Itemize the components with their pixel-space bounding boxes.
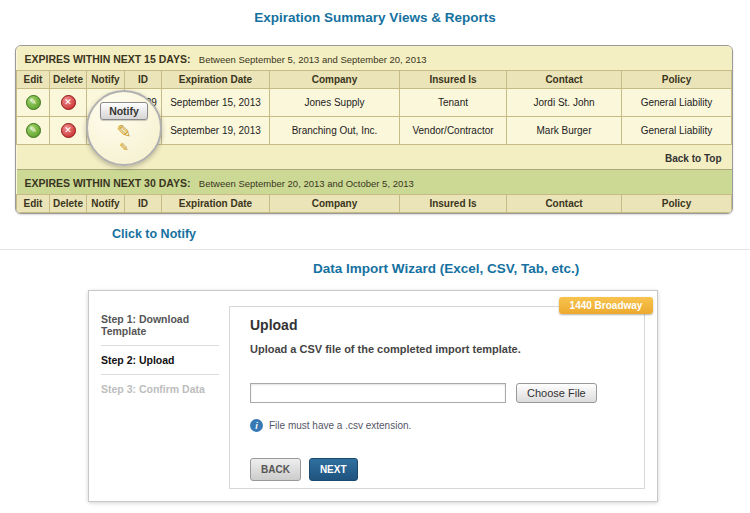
upload-panel: Upload Upload a CSV file of the complete…	[229, 306, 645, 489]
back-to-top-link[interactable]: Back to Top	[665, 153, 721, 164]
col-id: ID	[125, 195, 162, 213]
expires-30-header-row: EXPIRES WITHIN NEXT 30 DAYS: Between Sep…	[17, 170, 732, 195]
col-company: Company	[270, 71, 400, 89]
section-divider	[0, 249, 750, 250]
col-delete: Delete	[50, 71, 87, 89]
col-notify: Notify	[87, 195, 125, 213]
delete-cell: ✕	[50, 89, 87, 117]
expiration-summary-title: Expiration Summary Views & Reports	[0, 10, 750, 25]
step-download-template[interactable]: Step 1: Download Template	[101, 305, 219, 346]
step-confirm-data: Step 3: Confirm Data	[101, 375, 219, 403]
page: Expiration Summary Views & Reports EXPIR…	[0, 0, 750, 513]
expires-30-header: EXPIRES WITHIN NEXT 30 DAYS: Between Sep…	[17, 170, 732, 195]
expires-15-subtitle: Between September 5, 2013 and September …	[199, 54, 427, 65]
expires-15-header-row: EXPIRES WITHIN NEXT 15 DAYS: Between Sep…	[17, 46, 732, 71]
column-header-row-30: Edit Delete Notify ID Expiration Date Co…	[17, 195, 732, 213]
edit-icon[interactable]: ✎	[26, 95, 41, 110]
col-contact: Contact	[507, 195, 622, 213]
delete-icon[interactable]: ✕	[61, 123, 76, 138]
next-button[interactable]: NEXT	[309, 458, 358, 481]
edit-cell: ✎	[17, 89, 50, 117]
notify-button[interactable]: Notify	[100, 102, 148, 120]
policy-cell: General Liability	[622, 117, 732, 145]
notify-pencil-icon: ✎	[119, 141, 128, 154]
expiration-date-cell: September 19, 2013	[162, 117, 270, 145]
upload-instruction: Upload a CSV file of the completed impor…	[250, 343, 624, 355]
upload-heading: Upload	[250, 317, 624, 333]
col-insured-is: Insured Is	[400, 195, 507, 213]
step-upload[interactable]: Step 2: Upload	[101, 346, 219, 375]
expires-15-title: EXPIRES WITHIN NEXT 15 DAYS:	[25, 53, 191, 65]
company-cell: Jones Supply	[270, 89, 400, 117]
wizard-actions: BACK NEXT	[250, 458, 624, 481]
col-contact: Contact	[507, 71, 622, 89]
expires-15-header: EXPIRES WITHIN NEXT 15 DAYS: Between Sep…	[17, 46, 732, 71]
insured-is-cell: Vendor/Contractor	[400, 117, 507, 145]
wizard-steps: Step 1: Download Template Step 2: Upload…	[101, 305, 219, 403]
col-policy: Policy	[622, 195, 732, 213]
expires-30-title: EXPIRES WITHIN NEXT 30 DAYS:	[25, 177, 191, 189]
expiration-date-cell: September 15, 2013	[162, 89, 270, 117]
notify-magnifier-callout: Notify ✎ ✎	[86, 90, 162, 166]
col-insured-is: Insured Is	[400, 71, 507, 89]
file-path-input[interactable]	[250, 383, 506, 403]
file-row: Choose File	[250, 383, 624, 403]
col-edit: Edit	[17, 71, 50, 89]
contact-cell: Jordi St. John	[507, 89, 622, 117]
col-id: ID	[125, 71, 162, 89]
expires-30-subtitle: Between September 20, 2013 and October 5…	[199, 178, 414, 189]
import-wizard: 1440 Broadway Step 1: Download Template …	[88, 290, 658, 502]
col-expiration-date: Expiration Date	[162, 71, 270, 89]
col-policy: Policy	[622, 71, 732, 89]
info-icon: i	[250, 419, 263, 432]
col-company: Company	[270, 195, 400, 213]
insured-is-cell: Tenant	[400, 89, 507, 117]
file-note-text: File must have a .csv extension.	[269, 420, 411, 431]
col-edit: Edit	[17, 195, 50, 213]
back-button[interactable]: BACK	[250, 458, 301, 481]
company-cell: Branching Out, Inc.	[270, 117, 400, 145]
location-badge: 1440 Broadway	[559, 297, 653, 314]
delete-icon[interactable]: ✕	[61, 95, 76, 110]
col-expiration-date: Expiration Date	[162, 195, 270, 213]
notify-pencil-icon[interactable]: ✎	[116, 121, 131, 143]
edit-icon[interactable]: ✎	[26, 123, 41, 138]
click-to-notify-annotation: Click to Notify	[112, 227, 196, 241]
policy-cell: General Liability	[622, 89, 732, 117]
choose-file-button[interactable]: Choose File	[516, 383, 597, 403]
col-notify: Notify	[87, 71, 125, 89]
col-delete: Delete	[50, 195, 87, 213]
edit-cell: ✎	[17, 117, 50, 145]
import-wizard-title: Data Import Wizard (Excel, CSV, Tab, etc…	[313, 261, 579, 276]
delete-cell: ✕	[50, 117, 87, 145]
contact-cell: Mark Burger	[507, 117, 622, 145]
column-header-row-15: Edit Delete Notify ID Expiration Date Co…	[17, 71, 732, 89]
file-note: i File must have a .csv extension.	[250, 419, 624, 432]
